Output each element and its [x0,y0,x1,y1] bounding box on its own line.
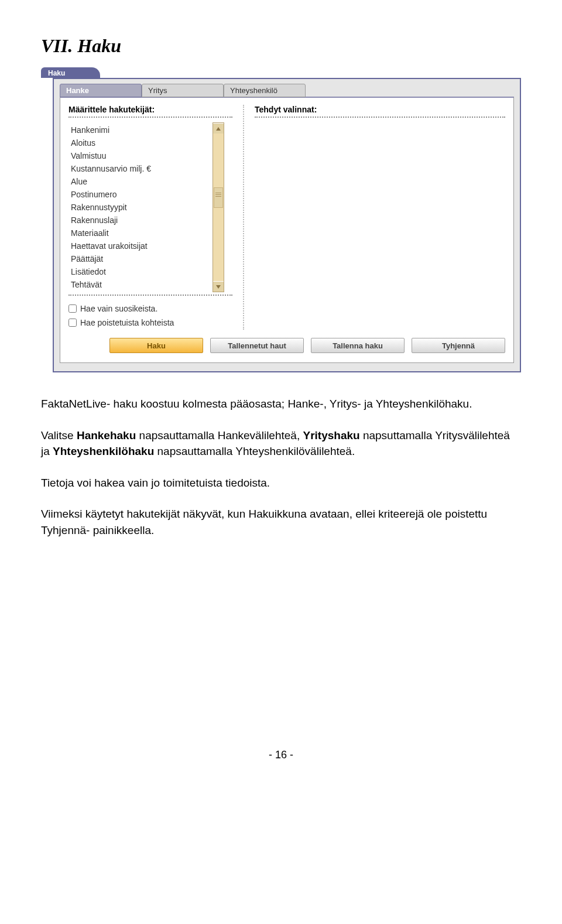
scroll-up-icon[interactable] [213,123,224,134]
bold-term: Yrityshaku [303,429,359,442]
list-item[interactable]: Lisätiedot [68,265,209,278]
selections-title: Tehdyt valinnat: [255,105,505,114]
paragraph: Tietoja voi hakea vain jo toimitetuista … [41,475,521,491]
clear-button[interactable]: Tyhjennä [412,338,505,353]
facets-title: Määrittele hakutekijät: [68,105,232,114]
bold-term: Yhteyshenkilöhaku [53,445,154,457]
tab-hanke[interactable]: Hanke [60,84,142,97]
body-text: FaktaNetLive- haku koostuu kolmesta pääo… [41,396,521,538]
tabs-row: Hanke Yritys Yhteyshenkilö [60,84,514,97]
text-run: napsauttamalla Hankevälilehteä, [136,429,303,442]
checkbox-removed[interactable] [68,319,77,327]
saved-searches-button[interactable]: Tallennetut haut [210,338,304,353]
button-row: Haku Tallennetut haut Tallenna haku Tyhj… [68,338,505,353]
paragraph: Viimeksi käytetyt hakutekijät näkyvät, k… [41,506,521,538]
list-item[interactable]: Postinumero [68,188,209,201]
selections-column: Tehdyt valinnat: [244,105,505,330]
window-title-tab: Haku [41,67,100,78]
checkbox-removed-label: Hae poistetuista kohteista [80,318,174,327]
facet-list[interactable]: Hankenimi Aloitus Valmistuu Kustannusarv… [68,122,209,292]
checkbox-favorites[interactable] [68,304,77,313]
list-item[interactable]: Alue [68,175,209,188]
list-item[interactable]: Kustannusarvio milj. € [68,162,209,175]
save-search-button[interactable]: Tallenna haku [311,338,405,353]
tab-yritys[interactable]: Yritys [142,84,224,97]
divider [68,295,232,296]
scroll-down-icon[interactable] [213,281,224,292]
list-item[interactable]: Haettavat urakoitsijat [68,239,209,252]
scrollbar[interactable] [213,122,224,292]
list-item[interactable]: Tehtävät [68,278,209,291]
list-item[interactable]: Hankenimi [68,124,209,136]
list-item[interactable]: Rakennustyypit [68,201,209,214]
page-heading: VII. Haku [41,35,521,57]
page-number: - 16 - [41,749,521,761]
list-item[interactable]: Päättäjät [68,252,209,265]
checkbox-favorites-label: Hae vain suosikeista. [80,304,157,313]
list-item[interactable]: Materiaalit [68,227,209,239]
facets-column: Määrittele hakutekijät: Hankenimi Aloitu… [68,105,244,330]
text-run: napsauttamalla Yhteyshenkilövälilehteä. [154,445,355,457]
search-button[interactable]: Haku [109,338,203,353]
bold-term: Hankehaku [77,429,136,442]
tab-panel: Määrittele hakutekijät: Hankenimi Aloitu… [60,97,514,363]
tab-yhteyshenkilo[interactable]: Yhteyshenkilö [224,84,306,97]
list-item[interactable]: Rakennuslaji [68,214,209,227]
list-item[interactable]: Valmistuu [68,149,209,162]
divider [68,117,232,118]
search-window: Hanke Yritys Yhteyshenkilö Määrittele ha… [53,78,521,372]
window-titlebar: Haku [53,67,521,78]
paragraph: Valitse Hankehaku napsauttamalla Hankevä… [41,427,521,460]
divider [255,117,505,118]
scroll-thumb[interactable] [214,187,223,208]
list-item[interactable]: Aloitus [68,136,209,149]
text-run: Valitse [41,429,77,442]
paragraph: FaktaNetLive- haku koostuu kolmesta pääo… [41,396,521,412]
